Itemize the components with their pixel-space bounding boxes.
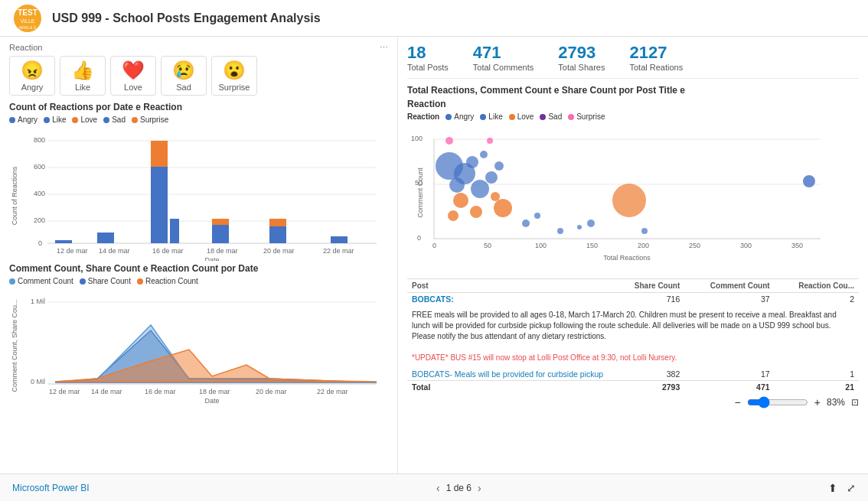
svg-text:22 de mar: 22 de mar [323,247,354,255]
reaction-filter: Reaction ⋯ 😠 Angry 👍 Like ❤️ Love 😢 [9,43,388,96]
total-comment-count: 471 [684,381,774,394]
area-legend-reaction: Reaction Count [137,277,198,285]
next-page-button[interactable]: › [478,482,481,494]
reaction-sad-button[interactable]: 😢 Sad [161,56,207,96]
love-emoji: ❤️ [122,60,145,81]
svg-text:22 de mar: 22 de mar [317,388,348,395]
svg-text:0: 0 [432,242,436,249]
zoom-level: 83% [827,397,845,408]
total-pages: 6 [466,483,472,493]
svg-text:16 de mar: 16 de mar [145,388,176,395]
surprise-emoji: 😮 [223,60,246,81]
fit-page-icon[interactable]: ⊡ [851,397,859,408]
right-panel: 18 Total Posts 471 Total Comments 2793 T… [398,37,868,473]
svg-point-68 [471,180,489,198]
post-bobcats-title: BOBCATS: [412,294,454,304]
area-chart-svg: 1 Mil 0 Mil Comment Count, Share Cou... [9,288,384,407]
scatter-chart-svg: 100 50 0 Comment Count 0 50 100 150 200 [407,124,836,273]
svg-text:Date: Date [204,397,219,405]
svg-point-75 [448,210,458,221]
svg-text:600: 600 [34,163,45,171]
data-table-container: Post Share Count Comment Count Reaction … [407,278,859,393]
stat-posts-label: Total Posts [407,63,449,72]
zoom-plus-icon[interactable]: + [814,396,821,408]
svg-text:MINN & S: MINN & S [19,25,37,30]
legend-surprise: Surprise [132,115,168,124]
reaction-count-cell-2: 1 [775,368,859,381]
total-label: Total [407,381,616,394]
post-expanded-content: FREE meals will be provided to all ages … [407,305,859,368]
stat-total-shares: 2793 Total Shares [558,43,605,72]
svg-text:Total Reactions: Total Reactions [603,254,651,262]
svg-rect-16 [97,233,114,243]
page-indicator: 1 de 6 [446,483,472,493]
svg-point-74 [491,192,500,201]
stat-reactions-label: Total Reations [629,63,683,72]
comment-count-cell-1: 37 [684,293,774,306]
total-reaction-count: 21 [775,381,859,394]
post-title-cell: BOBCATS: [407,293,616,306]
svg-text:0: 0 [417,234,421,242]
love-label: Love [124,83,142,92]
post-title-cell-2: BOBCATS- Meals will be provided for curb… [407,368,616,381]
reaction-angry-button[interactable]: 😠 Angry [9,56,55,96]
footer-right: ⬆ ⤢ [828,482,856,494]
powerbi-link[interactable]: Microsoft Power BI [12,483,90,493]
reaction-surprise-button[interactable]: 😮 Surprise [211,56,257,96]
area-chart-title: Comment Count, Share Count e Reaction Co… [9,263,388,274]
bar-chart-title: Count of Reactions por Date e Reaction [9,102,388,112]
svg-rect-17 [151,167,168,243]
svg-text:VILLE: VILLE [20,18,34,24]
stat-total-reactions: 2127 Total Reations [629,43,683,72]
reaction-love-button[interactable]: ❤️ Love [110,56,156,96]
filter-icon[interactable]: ⋯ [380,43,388,53]
svg-point-73 [470,206,482,218]
share-icon[interactable]: ⬆ [828,482,837,494]
zoom-slider[interactable] [747,396,808,408]
scatter-chart-title2: Reaction [407,99,859,109]
svg-rect-19 [170,219,179,243]
svg-text:200: 200 [34,216,45,224]
bar-chart-legend: Angry Like Love Sad Surprise [9,115,388,124]
svg-text:TEST: TEST [18,8,38,17]
bar-chart-svg: 800 600 400 200 0 Count of Reactions [9,127,384,261]
svg-text:400: 400 [34,190,45,197]
footer-nav: ‹ 1 de 6 › [436,482,481,494]
scatter-reaction-label: Reaction [407,112,439,121]
surprise-label: Surprise [219,83,250,92]
svg-point-66 [449,177,465,193]
angry-label: Angry [21,83,44,92]
stat-total-posts: 18 Total Posts [407,43,449,72]
reaction-like-button[interactable]: 👍 Like [60,56,106,96]
svg-text:18 de mar: 18 de mar [199,388,230,395]
zoom-minus-icon[interactable]: − [735,396,741,408]
prev-page-button[interactable]: ‹ [436,482,440,494]
header: TEST VILLE MINN & S USD 999 - School Pos… [0,0,868,37]
svg-point-76 [522,220,530,227]
area-legend-comment: Comment Count [9,277,73,285]
scatter-section: Total Reactions, Comment Count e Share C… [407,85,859,275]
svg-rect-24 [331,236,348,243]
data-table: Post Share Count Comment Count Reaction … [407,279,859,393]
svg-text:250: 250 [689,242,700,249]
stat-shares-value: 2793 [558,43,605,63]
stat-posts-value: 18 [407,43,449,63]
sad-emoji: 😢 [172,60,195,81]
table-total-row: Total 2793 471 21 [407,381,859,394]
svg-text:14 de mar: 14 de mar [99,247,130,255]
share-count-cell-2: 382 [616,368,685,381]
svg-text:1 Mil: 1 Mil [31,298,45,305]
stat-comments-value: 471 [473,43,534,63]
like-label: Like [75,83,90,92]
col-reaction-count: Reaction Cou... [775,279,859,293]
expand-icon[interactable]: ⤢ [847,482,856,494]
svg-text:18 de mar: 18 de mar [207,247,238,255]
svg-text:800: 800 [34,136,45,144]
post-bobcats-meals-title: BOBCATS- Meals will be provided for curb… [412,369,603,379]
svg-point-77 [534,213,540,219]
svg-point-78 [494,199,512,217]
col-comment-count: Comment Count [684,279,774,293]
svg-text:150: 150 [586,242,598,249]
scatter-legend-love: Love [509,112,534,121]
svg-rect-18 [151,141,168,167]
